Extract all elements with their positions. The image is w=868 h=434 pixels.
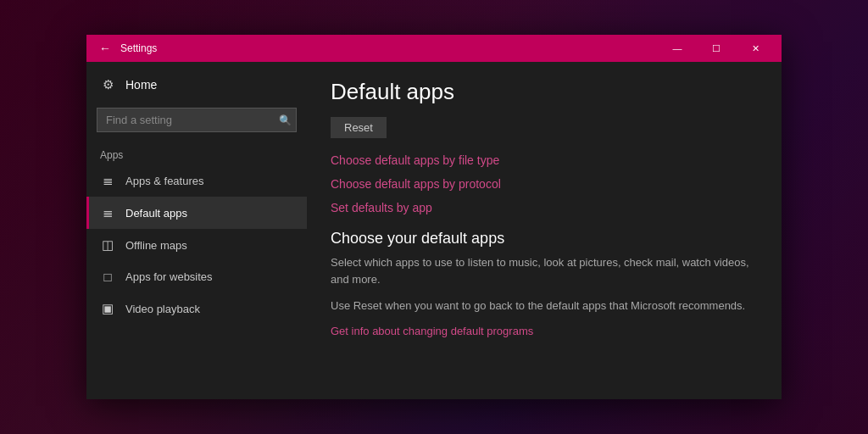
window-title: Settings <box>120 42 658 54</box>
minimize-button[interactable]: — <box>658 35 697 62</box>
apps-features-icon: ≣ <box>100 173 115 188</box>
link-protocol[interactable]: Choose default apps by protocol <box>331 177 758 191</box>
sidebar-item-apps-websites[interactable]: □ Apps for websites <box>86 261 307 292</box>
sidebar-item-label: Offline maps <box>125 239 187 252</box>
main-panel: Default apps Reset Choose default apps b… <box>307 62 782 399</box>
section-note: Use Reset when you want to go back to th… <box>331 298 758 314</box>
info-link[interactable]: Get info about changing default programs <box>331 325 533 337</box>
offline-maps-icon: ◫ <box>100 237 115 253</box>
sidebar-item-default-apps[interactable]: ≣ Default apps <box>86 197 307 229</box>
back-button[interactable]: ← <box>93 36 117 60</box>
sidebar-item-video-playback[interactable]: ▣ Video playback <box>86 292 307 325</box>
home-label: Home <box>125 78 157 92</box>
content-area: ⚙ Home 🔍 Apps ≣ Apps & features ≣ Defaul… <box>86 62 782 399</box>
link-set-defaults[interactable]: Set defaults by app <box>331 201 758 214</box>
close-button[interactable]: ✕ <box>736 35 775 62</box>
link-file-type[interactable]: Choose default apps by file type <box>331 153 758 167</box>
sidebar-item-label: Video playback <box>125 303 200 315</box>
sidebar-item-offline-maps[interactable]: ◫ Offline maps <box>86 229 307 261</box>
sidebar: ⚙ Home 🔍 Apps ≣ Apps & features ≣ Defaul… <box>86 62 307 399</box>
apps-section-label: Apps <box>86 139 307 164</box>
page-title: Default apps <box>331 79 758 105</box>
default-apps-icon: ≣ <box>100 205 115 220</box>
search-container: 🔍 <box>97 108 297 132</box>
titlebar: ← Settings — ☐ ✕ <box>86 35 782 62</box>
sidebar-item-label: Apps for websites <box>125 270 213 283</box>
reset-button[interactable]: Reset <box>331 117 387 138</box>
apps-websites-icon: □ <box>100 270 115 284</box>
sidebar-item-label: Default apps <box>125 207 187 220</box>
sidebar-item-label: Apps & features <box>125 175 204 187</box>
section-title: Choose your default apps <box>331 230 758 248</box>
video-playback-icon: ▣ <box>100 301 115 316</box>
search-icon[interactable]: 🔍 <box>279 114 292 126</box>
settings-window: ← Settings — ☐ ✕ ⚙ Home 🔍 Apps ≣ Apps & … <box>86 35 782 399</box>
section-desc: Select which apps to use to listen to mu… <box>331 254 758 287</box>
sidebar-item-apps-features[interactable]: ≣ Apps & features <box>86 164 307 197</box>
search-input[interactable] <box>97 108 297 132</box>
window-controls: — ☐ ✕ <box>658 35 775 62</box>
home-icon: ⚙ <box>100 77 115 92</box>
maximize-button[interactable]: ☐ <box>697 35 736 62</box>
sidebar-home[interactable]: ⚙ Home <box>86 69 307 101</box>
